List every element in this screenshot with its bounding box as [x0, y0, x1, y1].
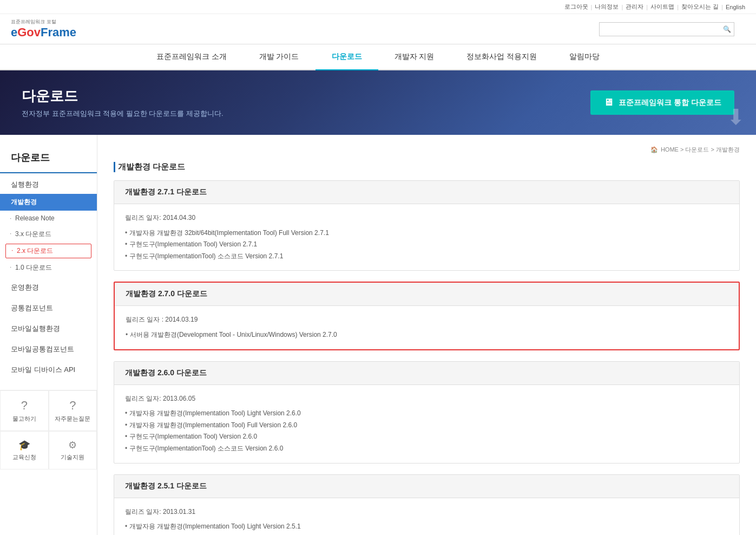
widget-question-label: 물고하기	[12, 415, 36, 423]
english-link[interactable]: English	[726, 4, 745, 10]
card-260: 개발환경 2.6.0 다운로드 릴리즈 일자: 2013.06.05 개발자용 …	[114, 361, 740, 464]
sidebar-item-3x-download[interactable]: 3.x 다운로드	[0, 226, 97, 243]
nav-download[interactable]: 다운로드	[315, 44, 378, 70]
support-icon: ⚙	[68, 439, 77, 451]
top-bar: 로그아웃 | 나의정보 | 관리자 | 사이트맵 | 찾아오시는 길 | Eng…	[0, 0, 756, 14]
section-title: 개발환경 다운로드	[114, 162, 740, 172]
logout-link[interactable]: 로그아웃	[564, 3, 588, 11]
list-item[interactable]: 구현도구(ImplementationTool) 소스코드 Version 2.…	[125, 443, 728, 455]
nav-intro[interactable]: 표준프레임워크 소개	[140, 44, 243, 69]
sidebar-item-mobile-api[interactable]: 모바일 디바이스 API	[0, 358, 97, 379]
widget-education-label: 교육신청	[12, 453, 36, 461]
education-icon: 🎓	[18, 439, 30, 451]
card-260-header[interactable]: 개발환경 2.6.0 다운로드	[114, 362, 739, 385]
home-icon: 🏠	[650, 146, 658, 153]
card-251-header[interactable]: 개발환경 2.5.1 다운로드	[114, 475, 739, 498]
hero-subtitle: 전자정부 표준프레임워크 적용에 필요한 다운로드를 제공합니다.	[22, 109, 223, 119]
card-260-body: 릴리즈 일자: 2013.06.05 개발자용 개발환경(Implementat…	[114, 385, 739, 463]
card-270: 개발환경 2.7.0 다운로드 릴리즈 일자 : 2014.03.19 서버용 …	[114, 282, 740, 350]
question-icon: ?	[21, 399, 28, 413]
logo[interactable]: 표준프레임워크 포털 eGovFrame	[11, 18, 76, 40]
card-270-list: 서버용 개발환경(Development Tool - Unix/Linux/W…	[126, 329, 728, 341]
sidebar-item-1x-download[interactable]: 1.0 다운로드	[0, 259, 97, 276]
card-251-date: 릴리즈 일자: 2013.01.31	[125, 506, 728, 518]
sidebar-widgets: ? 물고하기 ? 자주묻는질문 🎓 교육신청 ⚙ 기술지원	[0, 390, 97, 469]
card-271-body: 릴리즈 일자: 2014.04.30 개발자용 개발환경 32bit/64bit…	[114, 204, 739, 270]
main-nav: 표준프레임워크 소개 개발 가이드 다운로드 개발자 지원 정보화사업 적용지원…	[0, 44, 756, 70]
widget-education[interactable]: 🎓 교육신청	[0, 431, 49, 469]
sidebar-item-mobile-run[interactable]: 모바일실행환경	[0, 317, 97, 338]
search-icon: 🔍	[723, 25, 731, 33]
list-item[interactable]: 개발자용 개발환경(Implementation Tool) Light Ver…	[125, 408, 728, 420]
download-icon: 🖥	[603, 97, 613, 108]
breadcrumb-home[interactable]: HOME	[661, 146, 679, 153]
card-251-body: 릴리즈 일자: 2013.01.31 개발자용 개발환경(Implementat…	[114, 498, 739, 535]
sidebar-item-release-note[interactable]: Release Note	[0, 211, 97, 226]
list-item[interactable]: 구현도구(ImplementationTool) 소스코드 Version 2.…	[125, 251, 728, 263]
list-item[interactable]: 구현도구(Implementation Tool) Version 2.7.1	[125, 239, 728, 251]
card-271-date: 릴리즈 일자: 2014.04.30	[125, 212, 728, 224]
card-260-list: 개발자용 개발환경(Implementation Tool) Light Ver…	[125, 408, 728, 454]
card-260-date: 릴리즈 일자: 2013.06.05	[125, 393, 728, 405]
breadcrumb: 🏠 HOME > 다운로드 > 개발환경	[114, 146, 740, 154]
card-270-body: 릴리즈 일자 : 2014.03.19 서버용 개발환경(Development…	[115, 306, 739, 349]
hero-banner: 다운로드 전자정부 표준프레임워크 적용에 필요한 다운로드를 제공합니다. 🖥…	[0, 70, 756, 135]
list-item[interactable]: 구현도구(Implementation Tool) Version 2.6.0	[125, 431, 728, 443]
logo-brand: eGovFrame	[11, 25, 76, 40]
hero-button-label: 표준프레임워크 통합 다운로드	[619, 98, 721, 108]
card-271: 개발환경 2.7.1 다운로드 릴리즈 일자: 2014.04.30 개발자용 …	[114, 180, 740, 271]
nav-guide[interactable]: 개발 가이드	[243, 44, 315, 69]
nav-notice[interactable]: 알림마당	[553, 44, 616, 69]
card-271-list: 개발자용 개발환경 32bit/64bit(Implementation Too…	[125, 227, 728, 263]
list-item[interactable]: 개발자용 개발환경(Implementation Tool) Light Ver…	[125, 521, 728, 533]
section-title-text: 개발환경 다운로드	[118, 162, 185, 172]
breadcrumb-download[interactable]: 다운로드	[685, 146, 709, 153]
admin-link[interactable]: 관리자	[626, 3, 643, 11]
card-251-list: 개발자용 개발환경(Implementation Tool) Light Ver…	[125, 521, 728, 535]
sidebar-item-dev-env[interactable]: 개발환경	[0, 194, 97, 211]
hero-text: 다운로드 전자정부 표준프레임워크 적용에 필요한 다운로드를 제공합니다.	[22, 87, 223, 119]
nav-biz[interactable]: 정보화사업 적용지원	[450, 44, 553, 69]
logo-small-text: 표준프레임워크 포털	[11, 18, 76, 25]
widget-faq[interactable]: ? 자주묻는질문	[49, 390, 97, 431]
hero-big-download-icon: ⬇	[727, 105, 745, 129]
sidebar-item-mobile-common[interactable]: 모바일공통컴포넌트	[0, 338, 97, 358]
faq-icon: ?	[69, 399, 76, 413]
breadcrumb-devenv[interactable]: 개발환경	[716, 146, 740, 153]
list-item[interactable]: 개발자용 개발환경 32bit/64bit(Implementation Too…	[125, 227, 728, 239]
sidebar-item-op-env[interactable]: 운영환경	[0, 276, 97, 297]
widget-support[interactable]: ⚙ 기술지원	[49, 431, 97, 469]
sidebar-item-common-comp[interactable]: 공통컴포넌트	[0, 297, 97, 317]
sidebar-title: 다운로드	[0, 146, 97, 173]
header: 표준프레임워크 포털 eGovFrame 🔍	[0, 14, 756, 44]
list-item[interactable]: 개발자용 개발환경(Implementation Tool) Full Vers…	[125, 420, 728, 432]
sidebar-item-run-env[interactable]: 실행환경	[0, 173, 97, 194]
card-251: 개발환경 2.5.1 다운로드 릴리즈 일자: 2013.01.31 개발자용 …	[114, 474, 740, 535]
card-270-header[interactable]: 개발환경 2.7.0 다운로드	[115, 283, 739, 306]
page-wrapper: 다운로드 실행환경 개발환경 Release Note 3.x 다운로드 2.x…	[0, 135, 756, 535]
list-item[interactable]: 개발자용 개발환경(Implementation Tool) Full Vers…	[125, 533, 728, 535]
card-271-header[interactable]: 개발환경 2.7.1 다운로드	[114, 181, 739, 204]
search-input[interactable]	[599, 22, 734, 36]
myinfo-link[interactable]: 나의정보	[595, 3, 619, 11]
directions-link[interactable]: 찾아오시는 길	[681, 3, 719, 11]
sidebar: 다운로드 실행환경 개발환경 Release Note 3.x 다운로드 2.x…	[0, 135, 97, 535]
widget-support-label: 기술지원	[61, 453, 84, 461]
nav-devzone[interactable]: 개발자 지원	[378, 44, 451, 69]
widget-faq-label: 자주묻는질문	[55, 415, 90, 423]
list-item[interactable]: 서버용 개발환경(Development Tool - Unix/Linux/W…	[126, 329, 728, 341]
hero-title: 다운로드	[22, 87, 223, 106]
sidebar-item-2x-download[interactable]: 2.x 다운로드	[5, 244, 91, 258]
hero-download-button[interactable]: 🖥 표준프레임워크 통합 다운로드	[590, 90, 734, 115]
search-box: 🔍	[599, 22, 734, 36]
sitemap-link[interactable]: 사이트맵	[650, 3, 674, 11]
main-content: 🏠 HOME > 다운로드 > 개발환경 개발환경 다운로드 개발환경 2.7.…	[97, 135, 756, 535]
card-270-date: 릴리즈 일자 : 2014.03.19	[126, 314, 728, 326]
widget-question[interactable]: ? 물고하기	[0, 390, 49, 431]
